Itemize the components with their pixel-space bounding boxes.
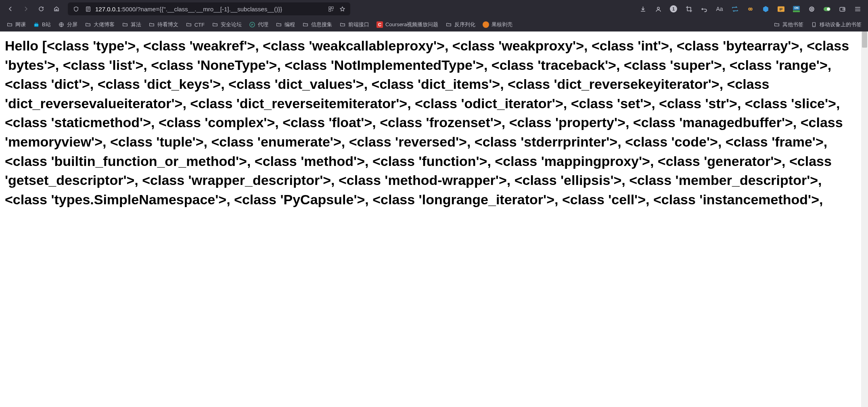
folder-icon <box>149 21 155 28</box>
screenshot-icon[interactable] <box>835 2 849 15</box>
bookmark-item[interactable]: B站 <box>30 19 54 30</box>
loop-icon[interactable] <box>728 2 742 15</box>
target-icon[interactable] <box>804 2 819 15</box>
infinity-icon[interactable] <box>743 2 757 15</box>
svg-point-21 <box>37 25 38 25</box>
bookmark-label: 大佬博客 <box>94 21 115 28</box>
svg-rect-1 <box>328 6 330 8</box>
text-size-button[interactable]: Aa <box>712 2 727 15</box>
qr-icon[interactable] <box>326 4 336 14</box>
bookmark-star-icon[interactable] <box>337 4 347 14</box>
bookmark-label: 信息搜集 <box>311 21 332 28</box>
url-bar[interactable]: 127.0.0.1:5000/?name={{''.__class__.__mr… <box>68 2 350 15</box>
folder-icon <box>302 21 309 28</box>
toolbar-right: 1 Aa IP ON <box>636 2 865 15</box>
bookmark-item[interactable]: 算法 <box>119 19 144 30</box>
bookmark-item[interactable]: 信息搜集 <box>299 19 335 30</box>
reload-button[interactable] <box>34 2 48 15</box>
ip-icon[interactable]: IP <box>774 2 788 15</box>
bookmark-label: B站 <box>42 21 51 28</box>
bookmark-item[interactable]: CCoursera视频播放问题 <box>373 19 441 30</box>
svg-point-7 <box>657 7 659 9</box>
undo-icon[interactable] <box>697 2 711 15</box>
bookmark-item[interactable]: 网课 <box>3 19 29 30</box>
bookmark-label: Coursera视频播放问题 <box>385 21 438 28</box>
folder-icon <box>186 21 192 28</box>
bookmark-label: 算法 <box>131 21 141 28</box>
bookmark-label: 其他书签 <box>782 21 803 28</box>
proxy-icon: P <box>249 21 255 28</box>
svg-point-14 <box>811 8 812 10</box>
bookmark-label: 反序列化 <box>454 21 475 28</box>
folder-icon <box>6 21 13 28</box>
orange-icon <box>483 21 489 28</box>
account-icon[interactable] <box>651 2 665 15</box>
back-button[interactable] <box>3 2 18 15</box>
folder-icon <box>85 21 91 28</box>
bookmark-label: 网课 <box>15 21 26 28</box>
bookmark-label: 待看博文 <box>157 21 178 28</box>
folder-icon <box>774 21 780 28</box>
mobile-icon <box>811 21 817 28</box>
page-icon <box>83 4 93 14</box>
bookmark-item[interactable]: 其他书签 <box>770 19 807 30</box>
svg-point-18 <box>843 8 844 10</box>
folder-icon <box>122 21 128 28</box>
bookmark-item[interactable]: 待看博文 <box>145 19 182 30</box>
svg-rect-2 <box>331 6 333 8</box>
home-button[interactable] <box>49 2 64 15</box>
browser-chrome: 127.0.0.1:5000/?name={{''.__class__.__mr… <box>0 0 868 31</box>
on-icon[interactable]: ON <box>789 2 803 15</box>
bilibili-icon <box>33 21 40 28</box>
folder-icon <box>212 21 218 28</box>
svg-rect-5 <box>333 10 333 10</box>
svg-text:ON: ON <box>794 6 798 9</box>
url-text: 127.0.0.1:5000/?name={{''.__class__.__mr… <box>95 6 324 13</box>
hexagon-icon[interactable] <box>758 2 773 15</box>
bookmark-item[interactable]: 反序列化 <box>442 19 479 30</box>
scrollbar-thumb[interactable] <box>862 31 867 48</box>
browser-toolbar: 127.0.0.1:5000/?name={{''.__class__.__mr… <box>0 0 868 18</box>
globe-icon <box>58 21 65 28</box>
page-content: Hello [<class 'type'>, <class 'weakref'>… <box>0 31 868 407</box>
bookmark-label: 移动设备上的书签 <box>820 21 862 28</box>
folder-icon <box>276 21 282 28</box>
bookmark-item[interactable]: 大佬博客 <box>82 19 118 30</box>
svg-point-16 <box>827 7 830 10</box>
bookmark-item[interactable]: 安全论坛 <box>209 19 245 30</box>
folder-icon <box>339 21 346 28</box>
svg-text:IP: IP <box>779 7 782 11</box>
coursera-icon: C <box>376 21 383 28</box>
scrollbar[interactable] <box>861 31 868 407</box>
bookmark-item[interactable]: 前端接口 <box>336 19 372 30</box>
svg-rect-19 <box>34 23 39 27</box>
svg-rect-12 <box>793 10 800 12</box>
bookmark-item[interactable]: P代理 <box>246 19 272 30</box>
downloads-icon[interactable] <box>636 2 650 15</box>
bookmark-item[interactable]: 编程 <box>272 19 298 30</box>
menu-button[interactable] <box>850 2 865 15</box>
bookmark-label: 分屏 <box>67 21 77 28</box>
bookmark-label: 安全论坛 <box>221 21 242 28</box>
bookmark-item[interactable]: 分屏 <box>55 19 81 30</box>
bookmark-label: 果核剥壳 <box>492 21 512 28</box>
svg-text:P: P <box>251 23 253 26</box>
svg-rect-17 <box>840 7 845 11</box>
svg-point-20 <box>35 25 36 25</box>
svg-point-26 <box>814 26 814 26</box>
crop-icon[interactable] <box>682 2 696 15</box>
bookmark-label: 前端接口 <box>348 21 369 28</box>
counter-badge[interactable]: 1 <box>666 2 681 15</box>
forward-button[interactable] <box>19 2 33 15</box>
bookmark-label: 代理 <box>258 21 268 28</box>
bookmark-label: CTF <box>195 22 205 28</box>
shield-icon[interactable] <box>71 4 81 14</box>
bookmark-item[interactable]: 移动设备上的书签 <box>807 19 865 30</box>
bookmark-label: 编程 <box>284 21 295 28</box>
svg-point-13 <box>809 7 814 11</box>
toggle-icon[interactable] <box>820 2 834 15</box>
svg-rect-3 <box>328 9 330 11</box>
bookmark-item[interactable]: CTF <box>182 19 208 30</box>
bookmark-item[interactable]: 果核剥壳 <box>479 19 516 30</box>
svg-rect-6 <box>332 11 332 11</box>
